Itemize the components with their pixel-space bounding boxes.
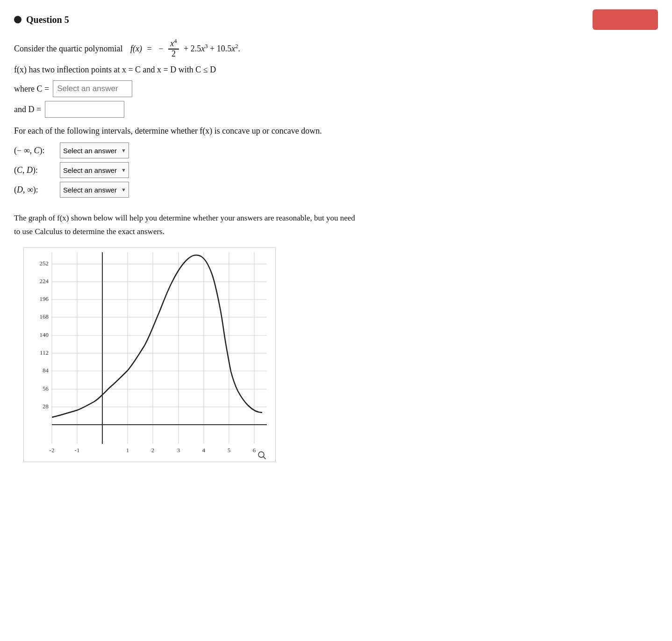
x-label-4: 4 [202, 447, 206, 454]
x-label-2: 2 [151, 447, 155, 454]
action-button[interactable] [593, 9, 658, 30]
interval-intro: For each of the following intervals, det… [14, 126, 322, 136]
question-title: Question 5 [14, 14, 69, 25]
graph-note: The graph of f(x) shown below will help … [14, 212, 658, 239]
graph-container: 252 224 196 168 140 112 84 56 28 -2 -1 1… [23, 247, 276, 462]
d-input[interactable] [45, 101, 124, 118]
x-label-neg2: -2 [50, 447, 55, 454]
interval-select-3[interactable]: Select an answer concave up concave down [60, 182, 129, 198]
x-label-3: 3 [177, 447, 180, 454]
plus-terms: + 2.5x3 + 10.5x2. [182, 42, 240, 56]
y-label-28: 28 [43, 403, 49, 410]
minus-sign: − [157, 42, 165, 56]
x-label-neg1: -1 [75, 447, 80, 454]
grid-horizontal [52, 264, 267, 425]
y-label-196: 196 [40, 295, 49, 302]
inflection-text: f(x) has two inflection points at x = C … [14, 63, 216, 77]
and-d-row: and D = [14, 101, 658, 118]
y-tick-labels: 252 224 196 168 140 112 84 56 28 [40, 260, 49, 410]
svg-rect-0 [52, 252, 267, 444]
fraction-denominator: 2 [170, 50, 178, 59]
graph-section: The graph of f(x) shown below will help … [14, 212, 658, 462]
x-tick-labels: -2 -1 1 2 3 4 5 6 [50, 447, 256, 454]
select-wrapper-2: Select an answer concave up concave down [60, 162, 129, 178]
x-label-6: 6 [253, 447, 256, 454]
fx-label: f(x) [130, 42, 142, 56]
polynomial-line: Consider the quartic polynomial f(x) = −… [14, 38, 658, 59]
y-label-252: 252 [40, 260, 49, 267]
interval-intro-text: For each of the following intervals, det… [14, 126, 658, 136]
inflection-line: f(x) has two inflection points at x = C … [14, 63, 658, 77]
interval-row-2: (C, D): Select an answer concave up conc… [14, 162, 658, 178]
fraction: x4 2 [168, 38, 179, 59]
bullet-icon [14, 16, 21, 23]
interval-section: For each of the following intervals, det… [14, 126, 658, 198]
svg-point-20 [258, 452, 264, 457]
select-wrapper-1: Select an answer concave up concave down [60, 142, 129, 158]
graph-svg: 252 224 196 168 140 112 84 56 28 -2 -1 1… [24, 248, 276, 463]
interval-row-1: (− ∞, C): Select an answer concave up co… [14, 142, 658, 158]
svg-line-21 [264, 457, 265, 459]
interval-row-3: (D, ∞): Select an answer concave up conc… [14, 182, 658, 198]
function-curve [52, 255, 262, 417]
problem-text: Consider the quartic polynomial f(x) = −… [14, 38, 658, 118]
and-d-label: and D = [14, 102, 41, 117]
y-label-140: 140 [40, 331, 49, 338]
question-header: Question 5 [14, 9, 658, 30]
interval-label-3: (D, ∞): [14, 185, 56, 195]
where-c-row: where C = [14, 80, 658, 97]
consider-text: Consider the quartic polynomial [14, 42, 122, 56]
graph-note-line2: to use Calculus to determine the exact a… [14, 227, 164, 236]
question-number: Question 5 [26, 14, 69, 25]
y-label-84: 84 [43, 367, 49, 374]
fraction-numerator: x4 [168, 38, 179, 50]
grid-vertical [52, 252, 254, 444]
y-label-56: 56 [43, 385, 49, 392]
search-icon[interactable] [258, 452, 265, 459]
c-input[interactable] [53, 80, 132, 97]
select-wrapper-3: Select an answer concave up concave down [60, 182, 129, 198]
interval-select-1[interactable]: Select an answer concave up concave down [60, 142, 129, 158]
y-label-224: 224 [40, 278, 49, 285]
x-label-5: 5 [228, 447, 231, 454]
where-c-label: where C = [14, 82, 49, 96]
equals-sign: = [145, 42, 154, 56]
y-label-168: 168 [40, 313, 49, 320]
y-label-112: 112 [40, 349, 49, 356]
graph-note-line1: The graph of f(x) shown below will help … [14, 214, 355, 222]
x-label-1: 1 [126, 447, 129, 454]
interval-label-1: (− ∞, C): [14, 146, 56, 156]
interval-select-2[interactable]: Select an answer concave up concave down [60, 162, 129, 178]
interval-label-2: (C, D): [14, 165, 56, 175]
